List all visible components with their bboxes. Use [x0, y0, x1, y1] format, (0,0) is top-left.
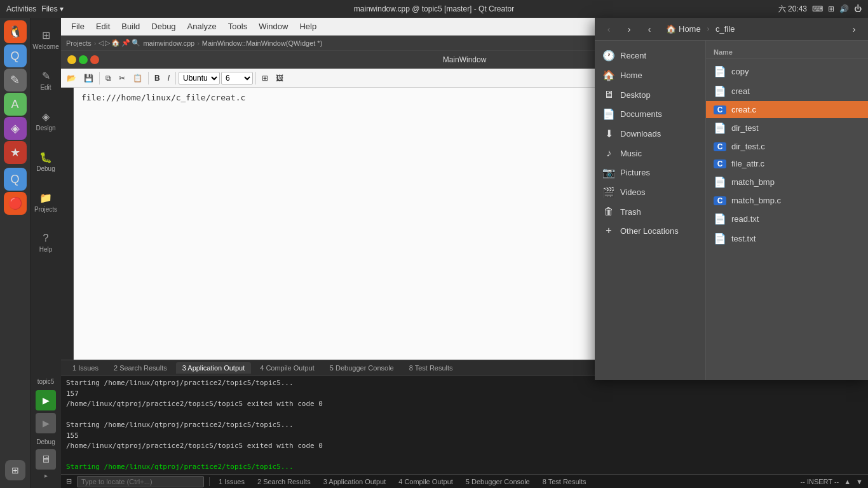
menu-edit[interactable]: Edit [91, 20, 115, 33]
status-app-output[interactable]: 3 Application Output [320, 478, 390, 485]
activities-label[interactable]: Activities [6, 4, 36, 13]
tab-issues[interactable]: 1 Issues [66, 362, 105, 374]
dock-icon-app1[interactable]: A [4, 93, 27, 116]
menu-debug[interactable]: Debug [146, 20, 180, 33]
font-selector[interactable]: Ubuntu [179, 72, 220, 85]
nav-icon4[interactable]: 📌 [121, 39, 130, 47]
toolbar-table[interactable]: ⊞ [259, 72, 271, 85]
dock-icon-qt2[interactable]: Q [4, 168, 27, 191]
fm-up-button[interactable]: ‹ [641, 20, 658, 38]
status-search[interactable]: 2 Search Results [254, 478, 315, 485]
toolbar-cut[interactable]: ✂ [116, 72, 128, 85]
trash-icon: 🗑 [602, 206, 615, 217]
toolbar-bold[interactable]: B [151, 72, 163, 85]
status-compile[interactable]: 4 Compile Output [395, 478, 457, 485]
dock-icon-app2[interactable]: ◈ [4, 117, 27, 140]
file-item-creat-c[interactable]: C creat.c [706, 101, 868, 118]
tab-debugger[interactable]: 5 Debugger Console [323, 362, 400, 374]
menu-tools[interactable]: Tools [223, 20, 252, 33]
file-item-file-attr-c[interactable]: C file_attr.c [706, 155, 868, 172]
menu-analyze[interactable]: Analyze [182, 20, 222, 33]
fm-sidebar-videos[interactable]: 🎬 Videos [595, 182, 705, 202]
search-box[interactable] [77, 476, 204, 487]
menu-build[interactable]: Build [116, 20, 145, 33]
toolbar-italic[interactable]: I [165, 72, 173, 85]
sidebar-item-help[interactable]: ? Help [33, 224, 58, 262]
close-button[interactable] [90, 55, 99, 64]
dock-icon-editor[interactable]: ✎ [4, 69, 27, 92]
sidebar-item-projects[interactable]: 📁 Projects [33, 183, 58, 221]
fm-sidebar-trash[interactable]: 🗑 Trash [595, 202, 705, 221]
sidebar-item-design[interactable]: ◈ Design [33, 102, 58, 140]
scroll-down[interactable]: ▼ [856, 478, 863, 485]
fm-breadcrumb-home[interactable]: 🏠 Home [661, 22, 706, 36]
run-button[interactable]: ▶ [36, 390, 56, 410]
file-item-test-txt[interactable]: 📄 test.txt [706, 229, 868, 248]
nav-icon2[interactable]: ▷ [105, 39, 110, 47]
dock-icon-app3[interactable]: ★ [4, 141, 27, 164]
file-item-match-bmp[interactable]: 📄 match_bmp [706, 172, 868, 192]
match-bmp-icon: 📄 [714, 176, 726, 188]
dock-icon-apps[interactable]: ⊞ [5, 460, 25, 480]
nav-icon1[interactable]: ◁ [98, 39, 104, 47]
breadcrumb-filename[interactable]: mainwindow.cpp [143, 39, 194, 47]
dock-icon-app4[interactable]: 🔴 [4, 192, 27, 215]
status-test[interactable]: 8 Test Results [539, 478, 590, 485]
file-item-match-bmp-c[interactable]: C match_bmp.c [706, 192, 868, 209]
maximize-button[interactable] [79, 55, 88, 64]
file-item-dir-test[interactable]: 📄 dir_test [706, 118, 868, 138]
power-icon[interactable]: ⏻ [854, 4, 862, 13]
tab-search[interactable]: 2 Search Results [107, 362, 173, 374]
monitor-icon[interactable]: 🖥 [36, 449, 56, 470]
locate-input[interactable] [77, 476, 204, 487]
toolbar-copy2[interactable]: ⧉ [102, 72, 114, 85]
tab-app-output[interactable]: 3 Application Output [176, 362, 251, 374]
file-item-dir-test-c[interactable]: C dir_test.c [706, 138, 868, 155]
fm-nav-right[interactable]: › [845, 20, 863, 38]
sidebar-item-welcome[interactable]: ⊞ Welcome [33, 20, 58, 58]
debug-run-button[interactable]: ▶ [36, 413, 56, 433]
fm-sidebar-home[interactable]: 🏠 Home [595, 65, 705, 85]
status-issues[interactable]: 1 Issues [215, 478, 248, 485]
tab-compile[interactable]: 4 Compile Output [254, 362, 321, 374]
file-item-read-txt[interactable]: 📄 read.txt [706, 209, 868, 229]
minimize-button[interactable] [67, 55, 76, 64]
dock-icon-ubuntu[interactable]: 🐧 [4, 20, 27, 43]
tab-test[interactable]: 8 Test Results [403, 362, 459, 374]
fm-sidebar-pictures[interactable]: 📷 Pictures [595, 163, 705, 182]
output-line-3: /home/linux/qtproj/practice2/topic5/topi… [66, 399, 863, 410]
build-status-icon[interactable]: ⊟ [66, 477, 72, 485]
menu-window[interactable]: Window [254, 20, 293, 33]
sidebar-item-debug[interactable]: 🐛 Debug [33, 142, 58, 180]
fm-sidebar-recent[interactable]: 🕐 Recent [595, 46, 705, 65]
system-bar-left: Activities Files ▾ [6, 4, 64, 13]
sidebar-item-edit[interactable]: ✎ Edit [33, 61, 58, 99]
file-item-copy[interactable]: 📄 copy [706, 62, 868, 81]
nav-icon3[interactable]: 🏠 [111, 39, 120, 47]
status-debugger[interactable]: 5 Debugger Console [462, 478, 534, 485]
dock-icon-qt1[interactable]: Q [4, 44, 27, 67]
toolbar-save[interactable]: 💾 [81, 72, 97, 85]
size-selector[interactable]: 6 [221, 72, 253, 85]
fm-sidebar-desktop[interactable]: 🖥 Desktop [595, 85, 705, 104]
fm-back-button[interactable]: ‹ [600, 20, 618, 38]
nav-icon5[interactable]: 🔍 [132, 39, 140, 47]
desktop-label: Desktop [620, 90, 651, 100]
breadcrumb-projects[interactable]: Projects [66, 39, 92, 47]
toolbar-image[interactable]: 🖼 [273, 72, 287, 85]
fm-breadcrumb-cfile[interactable]: c_file [710, 22, 740, 36]
fm-sidebar-music[interactable]: ♪ Music [595, 144, 705, 163]
fm-sidebar-other-locations[interactable]: + Other Locations [595, 221, 705, 240]
scroll-up[interactable]: ▲ [844, 478, 851, 485]
menu-help[interactable]: Help [294, 20, 322, 33]
fm-sidebar-downloads[interactable]: ⬇ Downloads [595, 124, 705, 144]
breadcrumb-class[interactable]: MainWindow::MainWindow(QWidget *) [202, 39, 323, 47]
files-menu[interactable]: Files ▾ [41, 4, 64, 13]
toolbar-paste[interactable]: 📋 [130, 72, 146, 85]
fm-forward-button[interactable]: › [620, 20, 638, 38]
file-item-creat[interactable]: 📄 creat [706, 81, 868, 101]
fm-sidebar-documents[interactable]: 📄 Documents [595, 104, 705, 124]
other-locations-icon: + [602, 225, 615, 236]
toolbar-open[interactable]: 📂 [64, 72, 79, 85]
menu-file[interactable]: File [66, 20, 90, 33]
